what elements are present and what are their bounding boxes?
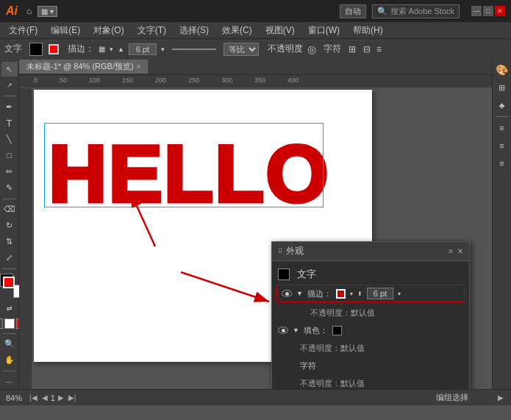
close-button[interactable]: ✕ xyxy=(495,6,505,16)
pt-dropdown[interactable]: ▾ xyxy=(161,46,165,53)
right-tool-6[interactable]: ≡ xyxy=(494,155,510,171)
pt-panel-dropdown[interactable]: ▾ xyxy=(398,291,401,297)
fill-color-panel-swatch[interactable] xyxy=(332,326,342,335)
tool-pencil[interactable]: ✎ xyxy=(1,181,18,196)
menu-select[interactable]: 选择(S) xyxy=(174,23,215,38)
tool-separator-2 xyxy=(3,199,16,199)
fill-expand-arrow[interactable]: ▼ xyxy=(293,327,299,334)
tool-select[interactable]: ↖ xyxy=(1,62,18,76)
ruler-mark-250: 250 xyxy=(188,76,199,84)
tool-line[interactable]: ╲ xyxy=(1,132,18,146)
stroke-swatch-chevron[interactable]: ▾ xyxy=(350,291,353,297)
stroke-color-indicator[interactable] xyxy=(3,277,15,288)
stroke-pt-input[interactable] xyxy=(129,43,157,55)
fill-label-panel: 填色： xyxy=(304,325,328,336)
ruler-mark-50: 50 xyxy=(60,76,67,84)
right-tool-3[interactable]: ♣ xyxy=(494,97,510,113)
status-bar: 84% |◀ ◀ 1 ▶ ▶| 编组选择 ▶ xyxy=(0,389,511,405)
tool-type[interactable]: T xyxy=(1,115,18,130)
right-tool-1[interactable]: 🎨 xyxy=(494,62,510,78)
tool-rotate[interactable]: ↻ xyxy=(1,218,18,233)
ruler-mark-150: 150 xyxy=(122,76,133,84)
left-toolbar: ↖ ↗ ✒ T ╲ □ ✏ ✎ ⌫ ↻ ⇅ ⤢ ⇄ 🔍 ✋ ··· xyxy=(0,59,19,389)
prev-page-button[interactable]: ◀ xyxy=(40,394,49,402)
search-placeholder: 搜索 Adobe Stock xyxy=(390,6,454,17)
next-page-button[interactable]: ▶ xyxy=(57,394,65,402)
toolbar-extra-icon[interactable]: ⊟ xyxy=(363,44,371,54)
stroke-expand-arrow[interactable]: ▼ xyxy=(296,290,303,297)
toolbar-menu-icon[interactable]: ≡ xyxy=(376,44,382,54)
minimize-button[interactable]: — xyxy=(471,6,482,16)
ratio-select[interactable]: 等比 xyxy=(224,43,259,56)
stroke-color-swatch[interactable] xyxy=(49,44,59,54)
menu-view[interactable]: 视图(V) xyxy=(260,23,301,38)
search-box[interactable]: 🔍 搜索 Adobe Stock xyxy=(372,4,460,18)
panel-titlebar: ⠿ 外观 ≡ ✕ xyxy=(272,242,469,261)
tool-zoom[interactable]: 🔍 xyxy=(1,337,18,352)
tool-more[interactable]: ··· xyxy=(1,374,18,389)
pt-up-panel[interactable]: ⬆ xyxy=(357,291,362,297)
fill-opacity-label: 不透明度：默认值 xyxy=(278,343,365,354)
layout-icon[interactable]: ▦ ▾ xyxy=(37,6,57,17)
right-tool-4[interactable]: ≡ xyxy=(494,120,510,136)
maximize-button[interactable]: □ xyxy=(483,6,493,16)
menu-text[interactable]: 文字(T) xyxy=(132,23,172,38)
tab-close-button[interactable]: × xyxy=(137,63,141,71)
toolbar-text-label: 文字 xyxy=(4,43,22,55)
menu-window[interactable]: 窗口(W) xyxy=(302,23,346,38)
tab-bar: 未标题-1* @ 84% (RGB/预览) × xyxy=(19,59,492,75)
right-separator xyxy=(496,116,509,117)
color-mode-2[interactable] xyxy=(4,318,15,329)
first-page-button[interactable]: |◀ xyxy=(28,394,39,402)
document-tab[interactable]: 未标题-1* @ 84% (RGB/预览) × xyxy=(19,60,149,74)
tool-swap[interactable]: ⇄ xyxy=(1,301,18,316)
menu-edit[interactable]: 编辑(E) xyxy=(45,23,86,38)
panel-menu-icon[interactable]: ≡ xyxy=(449,247,453,255)
fill-row[interactable]: ▼ 填色： xyxy=(272,321,469,339)
tool-direct-select[interactable]: ↗ xyxy=(1,78,18,93)
menu-file[interactable]: 文件(F) xyxy=(3,23,43,38)
opacity-icon: ◎ xyxy=(307,43,316,55)
char-label: 字符 xyxy=(324,43,341,55)
home-icon[interactable]: ⌂ xyxy=(26,6,32,16)
tool-paintbrush[interactable]: ✏ xyxy=(1,164,18,179)
fill-visibility-eye[interactable] xyxy=(278,327,288,334)
panel-type-section: 文字 xyxy=(272,266,469,283)
tool-shape[interactable]: □ xyxy=(1,148,18,163)
panel-close-button[interactable]: ✕ xyxy=(457,247,463,255)
ruler-mark-0: 0 xyxy=(34,76,37,84)
menu-help[interactable]: 帮助(H) xyxy=(347,23,389,38)
panel-controls: ≡ ✕ xyxy=(449,247,463,255)
stroke-chevron[interactable]: ▾ xyxy=(110,46,113,53)
tool-eraser[interactable]: ⌫ xyxy=(1,202,18,217)
stroke-row[interactable]: ▼ 描边： ▾ ⬆ ▾ xyxy=(276,285,465,302)
pt-up-icon[interactable]: ▲ xyxy=(118,46,124,53)
page-number: 1 xyxy=(51,394,55,402)
tool-scale[interactable]: ⤢ xyxy=(1,251,18,266)
main-layout: ↖ ↗ ✒ T ╲ □ ✏ ✎ ⌫ ↻ ⇅ ⤢ ⇄ 🔍 ✋ ··· xyxy=(0,59,511,389)
auto-label[interactable]: 自动 xyxy=(340,4,366,18)
right-tool-5[interactable]: ≡ xyxy=(494,138,510,154)
right-tool-2[interactable]: ⊞ xyxy=(494,79,510,96)
tool-hand[interactable]: ✋ xyxy=(1,353,18,368)
char-row: 字符 xyxy=(272,357,469,374)
stroke-visibility-eye[interactable] xyxy=(282,290,292,297)
tool-pen[interactable]: ✒ xyxy=(1,99,18,114)
tool-separator-4 xyxy=(3,333,16,334)
menu-object[interactable]: 对象(O) xyxy=(87,23,129,38)
tool-mirror[interactable]: ⇅ xyxy=(1,235,18,249)
tool-separator-3 xyxy=(3,268,16,269)
stroke-color-panel-swatch[interactable] xyxy=(336,289,346,299)
last-page-button[interactable]: ▶| xyxy=(67,394,78,402)
text-selection-box xyxy=(44,123,324,207)
ruler-mark-100: 100 xyxy=(89,76,100,84)
ruler-mark-350: 350 xyxy=(254,76,265,84)
stroke-pt-panel-input[interactable] xyxy=(367,288,393,299)
status-expand[interactable]: ▶ xyxy=(496,394,505,402)
page-navigation: |◀ ◀ 1 ▶ ▶| xyxy=(28,394,77,402)
stroke-icon: ▦ xyxy=(99,45,105,53)
fill-color-swatch[interactable] xyxy=(29,43,43,56)
color-mode-1[interactable] xyxy=(0,318,3,329)
char-icon: ⊞ xyxy=(349,44,356,54)
menu-effect[interactable]: 效果(C) xyxy=(216,23,258,38)
